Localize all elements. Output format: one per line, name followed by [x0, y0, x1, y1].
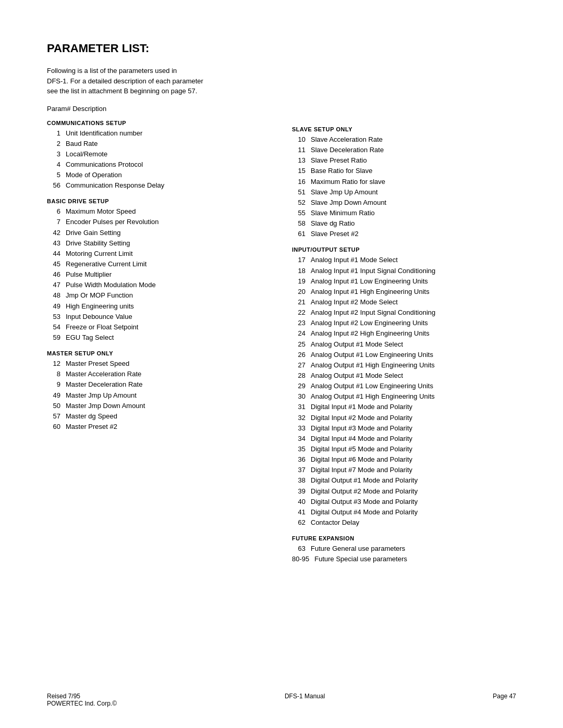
param-description: Maximum Motor Speed — [66, 206, 271, 217]
list-item: 37Digital Input #7 Mode and Polarity — [292, 465, 516, 475]
param-number: 10 — [292, 134, 311, 145]
param-number: 13 — [292, 155, 311, 166]
param-number: 9 — [47, 379, 66, 390]
param-number: 23 — [292, 318, 311, 328]
list-item: 1Unit Identification number — [47, 128, 271, 139]
param-description: High Engineering units — [66, 301, 271, 312]
list-item: 3Local/Remote — [47, 149, 271, 159]
list-item: 30Analog Output #1 High Engineering Unit… — [292, 391, 516, 402]
footer-center: DFS-1 Manual — [285, 693, 325, 707]
param-header: Param# Description — [47, 105, 271, 113]
param-description: Analog Input #1 Input Signal Conditionin… — [311, 266, 516, 276]
intro-line2: DFS-1. For a detailed description of eac… — [47, 77, 203, 85]
section-label: FUTURE EXPANSION — [292, 535, 516, 541]
section-label: BASIC DRIVE SETUP — [47, 198, 271, 204]
param-description: Slave dg Ratio — [311, 218, 516, 229]
list-item: 49High Engineering units — [47, 301, 271, 312]
content-wrapper: PARAMETER LIST: Following is a list of t… — [47, 42, 516, 567]
list-item: 50Master Jmp Down Amount — [47, 401, 271, 411]
list-item: 58Slave dg Ratio — [292, 218, 516, 229]
list-item: 49Master Jmp Up Amount — [47, 390, 271, 401]
param-number: 5 — [47, 170, 66, 180]
list-item: 16Maximum Ratio for slave — [292, 177, 516, 187]
param-description: Motoring Current Limit — [66, 249, 271, 259]
param-list: 1Unit Identification number2Baud Rate3Lo… — [47, 128, 271, 191]
param-number: 60 — [47, 422, 66, 432]
param-description: Contactor Delay — [311, 517, 516, 528]
list-item: 11Slave Deceleration Rate — [292, 145, 516, 155]
list-item: 28Analog Output #1 Mode Select — [292, 371, 516, 381]
intro-line1: Following is a list of the parameters us… — [47, 67, 177, 75]
param-number: 3 — [47, 149, 66, 159]
param-description: Digital Input #5 Mode and Polarity — [311, 444, 516, 454]
list-item: 48Jmp Or MOP Function — [47, 290, 271, 301]
param-number: 37 — [292, 465, 311, 475]
list-item: 18Analog Input #1 Input Signal Condition… — [292, 266, 516, 276]
param-number: 45 — [47, 259, 66, 269]
param-description: Unit Identification number — [66, 128, 271, 139]
list-item: 22Analog Input #2 Input Signal Condition… — [292, 307, 516, 318]
param-description: Digital Input #4 Mode and Polarity — [311, 434, 516, 444]
param-description: Baud Rate — [66, 139, 271, 149]
param-number: 56 — [47, 180, 66, 191]
param-description: EGU Tag Select — [66, 332, 271, 343]
list-item: 4Communications Protocol — [47, 159, 271, 170]
list-item: 6Maximum Motor Speed — [47, 206, 271, 217]
param-number: 42 — [47, 228, 66, 238]
param-number: 24 — [292, 328, 311, 339]
param-description: Master Jmp Up Amount — [66, 390, 271, 401]
list-item: 39Digital Output #2 Mode and Polarity — [292, 486, 516, 497]
param-description: Communication Response Delay — [66, 180, 271, 191]
list-item: 41Digital Output #4 Mode and Polarity — [292, 507, 516, 517]
list-item: 21Analog Input #2 Mode Select — [292, 297, 516, 307]
param-description: Digital Output #3 Mode and Polarity — [311, 497, 516, 507]
list-item: 43Drive Stability Setting — [47, 238, 271, 249]
section-label: SLAVE SETUP ONLY — [292, 126, 516, 132]
footer: Reised 7/95 POWERTEC Ind. Corp.© DFS-1 M… — [47, 693, 516, 707]
list-item: 7Encoder Pulses per Revolution — [47, 217, 271, 227]
param-number: 34 — [292, 434, 311, 444]
param-description: Digital Input #3 Mode and Polarity — [311, 423, 516, 434]
list-item: 45Regenerative Current Limit — [47, 259, 271, 269]
list-item: 24Analog Input #2 High Engineering Units — [292, 328, 516, 339]
param-number: 54 — [47, 322, 66, 332]
param-number: 50 — [47, 401, 66, 411]
param-description: Jmp Or MOP Function — [66, 290, 271, 301]
intro-text: Following is a list of the parameters us… — [47, 66, 271, 96]
param-number: 7 — [47, 217, 66, 227]
list-item: 53Input Debounce Value — [47, 312, 271, 322]
list-item: 13Slave Preset Ratio — [292, 155, 516, 166]
param-description: Future Special use parameters — [314, 554, 516, 564]
section-label: COMMUNICATIONS SETUP — [47, 120, 271, 126]
list-item: 47Pulse Width Modulation Mode — [47, 280, 271, 290]
param-number: 61 — [292, 229, 311, 239]
param-description: Digital Output #2 Mode and Polarity — [311, 486, 516, 497]
list-item: 29Analog Output #1 Low Engineering Units — [292, 381, 516, 391]
footer-left-line1: Reised 7/95 — [47, 693, 117, 700]
intro-line3: see the list in attachment B beginning o… — [47, 87, 197, 95]
list-item: 38Digital Output #1 Mode and Polarity — [292, 475, 516, 486]
param-number: 40 — [292, 497, 311, 507]
param-description: Analog Output #1 Mode Select — [311, 339, 516, 350]
param-number: 52 — [292, 198, 311, 208]
param-number: 44 — [47, 249, 66, 259]
param-list: 17Analog Input #1 Mode Select18Analog In… — [292, 255, 516, 528]
list-item: 19Analog Input #1 Low Engineering Units — [292, 276, 516, 287]
list-item: 23Analog Input #2 Low Engineering Units — [292, 318, 516, 328]
param-number: 20 — [292, 287, 311, 297]
param-number: 36 — [292, 454, 311, 465]
param-description: Analog Input #2 High Engineering Units — [311, 328, 516, 339]
section-label: INPUT/OUTPUT SETUP — [292, 246, 516, 253]
list-item: 62Contactor Delay — [292, 517, 516, 528]
param-number: 16 — [292, 177, 311, 187]
list-item: 35Digital Input #5 Mode and Polarity — [292, 444, 516, 454]
param-description: Analog Input #2 Low Engineering Units — [311, 318, 516, 328]
param-number: 19 — [292, 276, 311, 287]
param-description: Digital Output #4 Mode and Polarity — [311, 507, 516, 517]
list-item: 54Freeze or Float Setpoint — [47, 322, 271, 332]
param-number: 63 — [292, 544, 311, 554]
list-item: 32Digital Input #2 Mode and Polarity — [292, 413, 516, 423]
param-number: 41 — [292, 507, 311, 517]
param-number: 21 — [292, 297, 311, 307]
param-description: Analog Output #1 High Engineering Units — [311, 391, 516, 402]
